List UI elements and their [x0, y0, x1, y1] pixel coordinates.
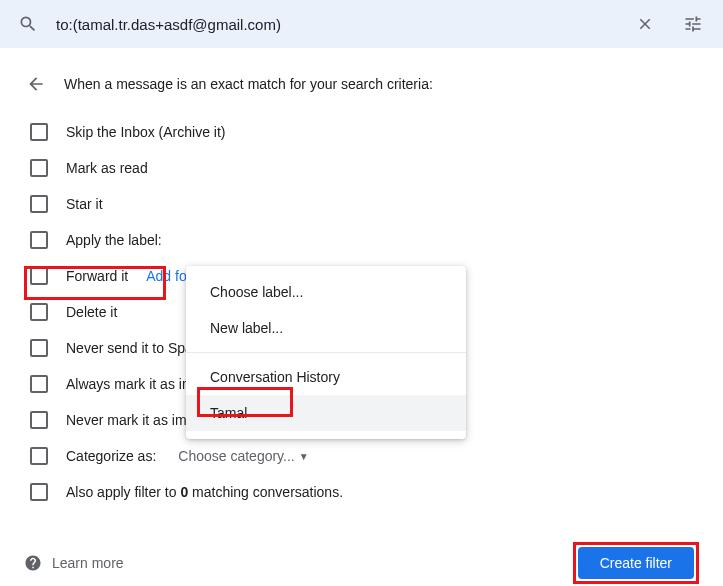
tune-icon[interactable] — [675, 6, 711, 42]
close-icon[interactable] — [627, 6, 663, 42]
option-star: Star it — [24, 186, 699, 222]
caret-down-icon: ▼ — [299, 451, 309, 462]
dropdown-conversation-history[interactable]: Conversation History — [186, 359, 466, 395]
label-apply-label: Apply the label: — [66, 232, 162, 248]
dropdown-new-label[interactable]: New label... — [186, 310, 466, 346]
highlight-create-filter: Create filter — [573, 542, 699, 584]
checkbox-star[interactable] — [30, 195, 48, 213]
checkbox-delete[interactable] — [30, 303, 48, 321]
label-skip-inbox: Skip the Inbox (Archive it) — [66, 124, 226, 140]
label-star: Star it — [66, 196, 103, 212]
option-apply-label: Apply the label: — [24, 222, 699, 258]
label-categorize: Categorize as: — [66, 448, 156, 464]
heading-text: When a message is an exact match for you… — [64, 76, 433, 92]
checkbox-mark-read[interactable] — [30, 159, 48, 177]
label-delete: Delete it — [66, 304, 117, 320]
option-mark-read: Mark as read — [24, 150, 699, 186]
dropdown-tamal[interactable]: Tamal — [186, 395, 466, 431]
dropdown-divider — [186, 352, 466, 353]
option-skip-inbox: Skip the Inbox (Archive it) — [24, 114, 699, 150]
search-bar — [0, 0, 723, 48]
heading-row: When a message is an exact match for you… — [24, 72, 699, 96]
option-categorize: Categorize as: Choose category... ▼ — [24, 438, 699, 474]
filter-panel: When a message is an exact match for you… — [0, 48, 723, 526]
label-dropdown-menu: Choose label... New label... Conversatio… — [186, 266, 466, 439]
checkbox-never-spam[interactable] — [30, 339, 48, 357]
create-filter-button[interactable]: Create filter — [578, 547, 694, 579]
categorize-value: Choose category... — [178, 448, 294, 464]
label-never-spam: Never send it to Spam — [66, 340, 205, 356]
footer-row: Learn more Create filter — [0, 526, 723, 586]
option-also-apply: Also apply filter to 0 matching conversa… — [24, 474, 699, 510]
dropdown-choose-label[interactable]: Choose label... — [186, 274, 466, 310]
checkbox-apply-label[interactable] — [30, 231, 48, 249]
help-icon — [24, 554, 42, 572]
search-input[interactable] — [56, 16, 615, 33]
search-icon[interactable] — [12, 8, 44, 40]
checkbox-never-important[interactable] — [30, 411, 48, 429]
label-also-apply: Also apply filter to 0 matching conversa… — [66, 484, 343, 500]
back-arrow-icon[interactable] — [24, 72, 48, 96]
checkbox-also-apply[interactable] — [30, 483, 48, 501]
categorize-dropdown[interactable]: Choose category... ▼ — [178, 448, 308, 464]
label-mark-read: Mark as read — [66, 160, 148, 176]
learn-more-text: Learn more — [52, 555, 124, 571]
checkbox-skip-inbox[interactable] — [30, 123, 48, 141]
label-forward: Forward it — [66, 268, 128, 284]
checkbox-always-important[interactable] — [30, 375, 48, 393]
learn-more[interactable]: Learn more — [24, 554, 124, 572]
checkbox-forward[interactable] — [30, 267, 48, 285]
checkbox-categorize[interactable] — [30, 447, 48, 465]
